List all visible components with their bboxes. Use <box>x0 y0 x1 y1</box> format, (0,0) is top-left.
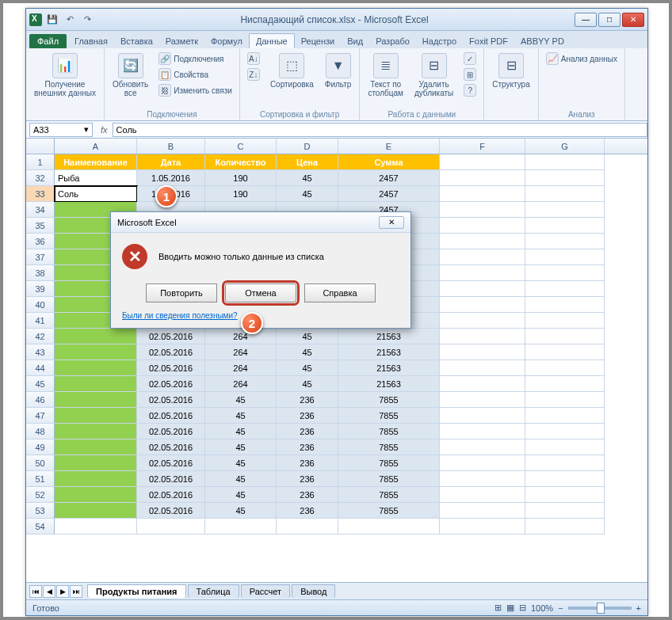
save-icon[interactable]: 💾 <box>45 13 59 27</box>
col-header-g[interactable]: G <box>525 139 605 154</box>
cell[interactable] <box>440 329 525 344</box>
cell[interactable]: 45 <box>205 424 277 439</box>
minimize-button[interactable]: — <box>575 13 597 27</box>
cell[interactable] <box>440 503 525 519</box>
cell[interactable] <box>277 519 338 534</box>
col-header-a[interactable]: A <box>55 139 137 154</box>
row-header[interactable]: 43 <box>26 344 55 360</box>
row-header[interactable]: 47 <box>26 408 55 424</box>
cell[interactable] <box>525 202 605 218</box>
tab-review[interactable]: Рецензи <box>295 34 342 48</box>
cell[interactable]: 45 <box>277 344 338 360</box>
row-header[interactable]: 36 <box>26 234 55 249</box>
cell[interactable] <box>55 360 137 376</box>
sheet-tab-active[interactable]: Продукты питания <box>87 584 186 598</box>
tab-data[interactable]: Данные <box>249 33 295 48</box>
cell[interactable] <box>525 487 605 503</box>
sheet-nav-last[interactable]: ⏭ <box>70 585 82 598</box>
row-header[interactable]: 39 <box>26 281 55 297</box>
cell[interactable]: 45 <box>205 455 277 471</box>
cell[interactable] <box>55 376 137 392</box>
get-external-data-button[interactable]: 📊 Получение внешних данных <box>31 51 99 99</box>
sheet-nav-next[interactable]: ▶ <box>56 585 69 598</box>
cell[interactable] <box>440 424 525 439</box>
retry-button[interactable]: Повторить <box>146 283 217 302</box>
cell[interactable]: 02.05.2016 <box>137 487 205 503</box>
cell[interactable]: 7855 <box>338 424 440 439</box>
cell[interactable] <box>440 154 525 170</box>
cell[interactable]: 190 <box>205 186 277 202</box>
cell[interactable] <box>525 281 605 297</box>
cell[interactable]: Соль <box>55 186 137 202</box>
cell[interactable]: 7855 <box>338 487 440 503</box>
cell[interactable] <box>55 424 137 439</box>
sheet-nav-first[interactable]: ⏮ <box>29 585 42 598</box>
cell[interactable]: 45 <box>205 408 277 424</box>
row-header[interactable]: 42 <box>26 329 55 344</box>
cell[interactable]: 02.05.2016 <box>137 424 205 439</box>
cell[interactable]: 45 <box>277 360 338 376</box>
cell[interactable]: 02.05.2016 <box>137 376 205 392</box>
cell[interactable]: 02.05.2016 <box>137 329 205 344</box>
cell[interactable] <box>440 170 525 186</box>
cell[interactable] <box>440 376 525 392</box>
tab-addins[interactable]: Надстро <box>416 34 463 48</box>
tab-developer[interactable]: Разрабо <box>369 34 416 48</box>
maximize-button[interactable]: □ <box>598 13 620 27</box>
filter-button[interactable]: ▼Фильтр <box>322 51 355 90</box>
cell[interactable] <box>440 487 525 503</box>
cell[interactable]: 21563 <box>338 360 440 376</box>
fx-label[interactable]: fx <box>96 125 113 135</box>
cell[interactable] <box>525 265 605 281</box>
cell[interactable]: 02.05.2016 <box>137 503 205 519</box>
outline-button[interactable]: ⊟Структура <box>489 51 533 90</box>
cell[interactable]: 02.05.2016 <box>137 344 205 360</box>
connections-button[interactable]: 🔗Подключения <box>156 51 235 66</box>
cell[interactable]: 236 <box>277 408 338 424</box>
cell[interactable]: 02.05.2016 <box>137 455 205 471</box>
cell[interactable] <box>525 424 605 439</box>
sheet-tab-3[interactable]: Вывод <box>292 584 335 598</box>
cell[interactable]: 45 <box>205 471 277 487</box>
col-header-d[interactable]: D <box>277 139 338 154</box>
cell[interactable]: Дата <box>137 154 205 170</box>
spreadsheet-grid[interactable]: A B C D E F G 1НаименованиеДатаКоличеств… <box>26 139 647 582</box>
col-header-b[interactable]: B <box>137 139 205 154</box>
sort-button[interactable]: ⬚Сортировка <box>267 51 317 90</box>
zoom-slider[interactable] <box>568 607 632 610</box>
whatif-button[interactable]: ? <box>461 83 479 97</box>
cell[interactable]: 7855 <box>338 439 440 455</box>
cell[interactable]: 02.05.2016 <box>137 360 205 376</box>
tab-insert[interactable]: Вставка <box>114 34 159 48</box>
row-header[interactable]: 1 <box>26 154 55 170</box>
cell[interactable]: 264 <box>205 344 277 360</box>
cell[interactable]: Количество <box>205 154 277 170</box>
cell[interactable] <box>525 360 605 376</box>
row-header[interactable]: 54 <box>26 519 55 534</box>
cell[interactable] <box>55 439 137 455</box>
formula-input[interactable]: Соль <box>113 123 647 137</box>
cell[interactable] <box>440 281 525 297</box>
cell[interactable] <box>525 329 605 344</box>
cell[interactable] <box>525 344 605 360</box>
cell[interactable]: 7855 <box>338 455 440 471</box>
cell[interactable]: 45 <box>205 503 277 519</box>
feedback-link[interactable]: Были ли сведения полезными? <box>122 311 238 320</box>
dialog-close-button[interactable]: ✕ <box>379 216 404 229</box>
cell[interactable] <box>525 471 605 487</box>
cell[interactable] <box>440 408 525 424</box>
sheet-tab-2[interactable]: Рассчет <box>241 584 291 598</box>
cell[interactable]: 264 <box>205 360 277 376</box>
row-header[interactable]: 32 <box>26 170 55 186</box>
cell[interactable] <box>440 186 525 202</box>
cell[interactable]: 236 <box>277 503 338 519</box>
cell[interactable]: 45 <box>277 376 338 392</box>
cell[interactable]: 21563 <box>338 344 440 360</box>
view-normal-icon[interactable]: ⊞ <box>494 603 502 613</box>
cell[interactable]: 02.05.2016 <box>137 392 205 408</box>
cell[interactable]: 7855 <box>338 471 440 487</box>
data-analysis-button[interactable]: 📈Анализ данных <box>544 51 620 66</box>
cell[interactable] <box>440 313 525 329</box>
cell[interactable]: 2457 <box>338 170 440 186</box>
undo-icon[interactable]: ↶ <box>63 13 77 27</box>
